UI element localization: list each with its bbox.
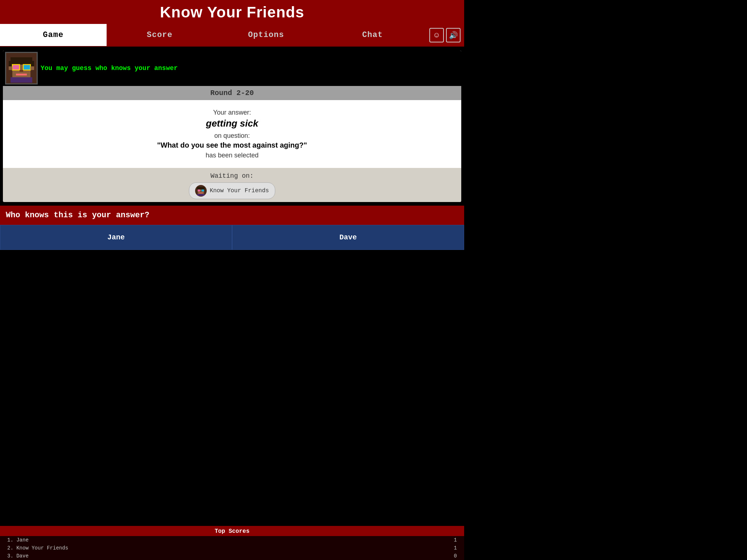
player-dave-button[interactable]: Dave <box>232 225 464 250</box>
svg-rect-5 <box>23 65 30 70</box>
svg-rect-9 <box>16 74 27 75</box>
waiting-badge-text: Know Your Friends <box>210 188 269 194</box>
app-header: Know Your Friends <box>0 0 464 24</box>
your-answer-label: Your answer: <box>10 109 454 116</box>
svg-rect-14 <box>197 187 205 190</box>
message-text: You may guess who knows your answer <box>41 65 178 72</box>
svg-rect-16 <box>202 190 204 192</box>
your-answer-value: getting sick <box>10 118 454 129</box>
message-bar: You may guess who knows your answer <box>3 50 461 86</box>
svg-rect-12 <box>30 66 34 70</box>
avatar-image <box>7 54 36 83</box>
round-label: Round 2-20 <box>210 89 254 97</box>
svg-rect-1 <box>11 57 32 65</box>
nav-bar: Game Score Options Chat ☺ 🔊 <box>0 24 464 47</box>
svg-rect-8 <box>20 70 23 72</box>
svg-rect-11 <box>9 66 12 70</box>
tab-options[interactable]: Options <box>213 24 319 46</box>
svg-rect-19 <box>197 194 205 196</box>
waiting-badge: Know Your Friends <box>189 182 275 199</box>
waiting-section: Waiting on: Know Your Friends <box>3 168 461 202</box>
content-box: Your answer: getting sick on question: "… <box>3 100 461 168</box>
waiting-avatar <box>195 185 207 197</box>
question-text: "What do you see the most against aging?… <box>10 141 454 149</box>
tab-game[interactable]: Game <box>0 24 107 46</box>
svg-rect-18 <box>199 193 203 193</box>
who-knows-title: Who knows this is your answer? <box>6 211 149 220</box>
emoji-button[interactable]: ☺ <box>429 28 444 42</box>
sound-button[interactable]: 🔊 <box>446 28 461 42</box>
waiting-label: Waiting on: <box>3 172 461 180</box>
svg-rect-10 <box>11 77 32 83</box>
player-jane-button[interactable]: Jane <box>0 225 232 250</box>
player-avatar <box>5 52 38 85</box>
on-question-label: on question: <box>10 132 454 140</box>
app-title: Know Your Friends <box>0 4 464 21</box>
svg-rect-15 <box>198 190 201 192</box>
nav-icons-area: ☺ 🔊 <box>426 24 464 46</box>
has-been-selected: has been selected <box>10 152 454 159</box>
round-bar: Round 2-20 <box>3 86 461 100</box>
tab-score[interactable]: Score <box>107 24 213 46</box>
who-knows-header: Who knows this is your answer? <box>0 206 464 225</box>
svg-rect-4 <box>12 65 20 70</box>
player-buttons: Jane Dave <box>0 225 464 250</box>
game-area: You may guess who knows your answer Roun… <box>3 50 461 202</box>
svg-rect-17 <box>201 192 202 192</box>
tab-chat[interactable]: Chat <box>319 24 426 46</box>
